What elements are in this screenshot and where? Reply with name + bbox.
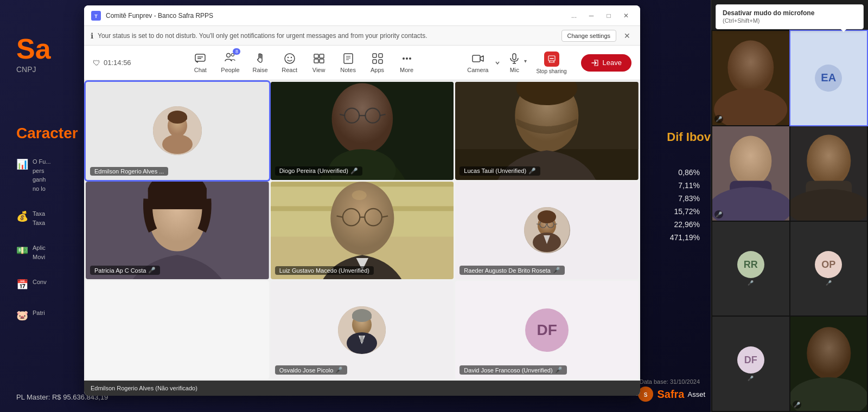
thumb-male-2[interactable] xyxy=(790,126,867,221)
svg-rect-34 xyxy=(373,54,376,57)
react-button[interactable]: React xyxy=(276,49,304,76)
close-btn[interactable]: ✕ xyxy=(618,9,634,22)
svg-rect-41 xyxy=(473,55,480,62)
svg-rect-18 xyxy=(195,54,205,61)
thumb-ea[interactable]: EA xyxy=(790,31,867,125)
name-tag-diogo: Diogo Pereira (Unverified) 🎤 xyxy=(275,166,362,176)
people-count-badge: 8 xyxy=(233,48,240,55)
stats-values: 0,86% 7,11% 7,83% 15,72% 22,96% 471,19% xyxy=(670,168,700,242)
patricia-name: Patricia Ap C Costa xyxy=(94,267,146,274)
window-title: Comitê Funprev - Banco Safra RPPS xyxy=(106,12,566,20)
view-button[interactable]: View xyxy=(305,49,333,76)
teams-icon: T xyxy=(91,10,101,21)
diogo-name: Diogo Pereira (Unverified) xyxy=(279,168,348,174)
osvaldo-name: Osvaldo Jose Picolo xyxy=(279,367,334,374)
patricia-mic-icon: 🎤 xyxy=(148,267,156,274)
david-name: David Jose Francoso (Unverified) xyxy=(464,367,552,374)
leave-button[interactable]: Leave xyxy=(581,54,631,72)
minimize-btn[interactable]: ─ xyxy=(584,9,599,22)
notification-text: Your status is set to do not disturb. Yo… xyxy=(98,32,427,40)
video-cell-raeder: Raeder Augusto De Brito Roseta 🎤 xyxy=(455,182,639,280)
chat-button[interactable]: Chat xyxy=(186,49,214,76)
svg-point-3 xyxy=(727,40,774,94)
mic-button[interactable]: Mic ▾ xyxy=(502,49,531,76)
video-cell-lucas: Lucas Tauil (Unverified) 🎤 xyxy=(455,82,639,180)
name-tag-raeder: Raeder Augusto De Brito Roseta 🎤 xyxy=(459,266,565,275)
dismiss-notification-btn[interactable]: ✕ xyxy=(621,30,634,41)
piggy-bank-icon: 🐷 xyxy=(16,308,28,323)
thumb-male-3[interactable]: 🎤 xyxy=(790,317,867,411)
video-cell-empty xyxy=(86,281,269,379)
raeder-mic-icon: 🎤 xyxy=(553,267,560,274)
thumb-ea-avatar: EA xyxy=(815,65,842,92)
svg-point-86 xyxy=(538,210,556,223)
svg-rect-27 xyxy=(320,54,324,58)
change-settings-btn[interactable]: Change settings xyxy=(561,30,617,42)
camera-button[interactable]: Camera xyxy=(463,49,493,76)
svg-rect-36 xyxy=(373,60,376,63)
svg-rect-35 xyxy=(379,54,382,57)
raise-button[interactable]: Raise xyxy=(246,49,275,76)
view-icon xyxy=(312,52,326,65)
raise-label: Raise xyxy=(253,67,268,73)
cash-icon: 💵 xyxy=(16,243,28,258)
tooltip-title: Desativar mudo do microfone xyxy=(723,9,814,17)
react-icon xyxy=(283,52,296,65)
name-tag-david: David Jose Francoso (Unverified) 🎤 xyxy=(459,365,566,375)
mic-icon xyxy=(508,52,521,65)
people-button[interactable]: 8 People xyxy=(215,49,245,76)
svg-point-12 xyxy=(790,189,867,221)
svg-rect-26 xyxy=(314,54,318,58)
status-bar: Edmilson Rogerio Alves (Não verificado) xyxy=(84,381,640,396)
section-title: Caracter xyxy=(16,125,78,142)
calendar-icon: 📅 xyxy=(16,278,28,292)
thumb-df-avatar: DF xyxy=(737,346,764,374)
thumb-female-1[interactable]: 🎤 xyxy=(712,126,789,221)
right-participants-panel: Desativar mudo do microfone (Ctrl+Shift+… xyxy=(711,0,868,412)
svg-rect-30 xyxy=(344,54,353,63)
safra-branding: S Safra Asset xyxy=(637,386,705,402)
thumb-df[interactable]: DF 🎤 xyxy=(712,317,789,411)
svg-rect-67 xyxy=(148,188,207,209)
edmilson-name: Edmilson Rogerio Alves ... xyxy=(94,168,164,175)
thumb-1-mic: 🎤 xyxy=(714,115,723,123)
camera-chevron-btn[interactable] xyxy=(493,49,502,77)
svg-point-24 xyxy=(287,57,288,58)
apps-icon xyxy=(371,52,384,65)
more-options-btn[interactable]: ... xyxy=(566,9,582,22)
notes-button[interactable]: Notes xyxy=(334,49,362,76)
stop-sharing-button[interactable]: Stop sharing xyxy=(531,48,572,78)
svg-text:T: T xyxy=(94,14,98,19)
more-button[interactable]: More xyxy=(393,49,421,76)
chat-icon xyxy=(194,52,207,65)
luiz-name: Luiz Gustavo Macedo (Unverified) xyxy=(279,267,369,274)
chart-icon: 📊 xyxy=(16,157,28,172)
react-label: React xyxy=(282,67,297,73)
logo: Sa xyxy=(16,33,51,65)
toolbar-actions: Chat 8 People xyxy=(144,49,463,76)
name-tag-lucas: Lucas Tauil (Unverified) 🎤 xyxy=(459,166,540,176)
thumb-person-1[interactable]: 🎤 xyxy=(712,31,789,125)
maximize-btn[interactable]: □ xyxy=(601,9,616,22)
tooltip-shortcut: (Ctrl+Shift+M) xyxy=(723,17,760,24)
video-cell-diogo: Diogo Pereira (Unverified) 🎤 xyxy=(271,82,454,180)
participants-thumbnails: 🎤 EA 🎤 xyxy=(711,30,868,412)
thumb-op[interactable]: OP 🎤 xyxy=(790,222,867,316)
mic-label: Mic xyxy=(510,67,519,73)
data-base: Data base: 31/10/2024 xyxy=(640,378,700,385)
more-icon xyxy=(400,52,413,65)
thumb-rr[interactable]: RR 🎤 xyxy=(712,222,789,316)
lucas-mic-icon: 🎤 xyxy=(528,168,536,175)
svg-rect-51 xyxy=(168,116,187,120)
meeting-timer: 🛡 01:14:56 xyxy=(93,59,131,67)
apps-label: Apps xyxy=(371,67,384,73)
video-cell-osvaldo: Osvaldo Jose Picolo 🎤 xyxy=(271,281,454,379)
apps-button[interactable]: Apps xyxy=(363,49,392,76)
thumb-op-avatar: OP xyxy=(815,251,842,278)
camera-label: Camera xyxy=(467,67,488,73)
diogo-mic-icon: 🎤 xyxy=(350,168,358,175)
svg-point-6 xyxy=(730,136,771,186)
thumb-3-mic: 🎤 xyxy=(714,210,723,218)
raise-hand-icon xyxy=(254,52,267,65)
svg-point-23 xyxy=(285,54,295,63)
